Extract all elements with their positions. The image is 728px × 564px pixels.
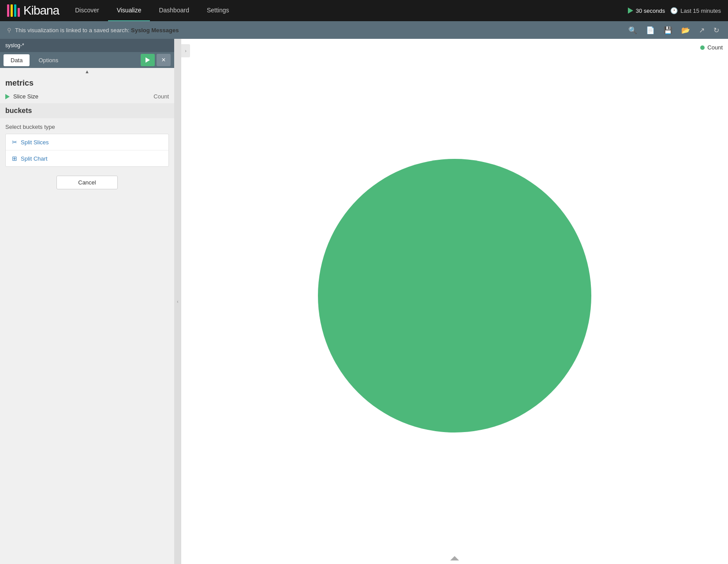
info-bar: ⚲ This visualization is linked to a save… <box>0 21 728 39</box>
link-icon: ⚲ <box>7 27 11 34</box>
clock-icon: 🕐 <box>670 7 678 14</box>
logo: Kibana <box>0 0 66 21</box>
select-buckets-label: Select buckets type <box>5 124 169 130</box>
metric-label: Slice Size <box>13 93 153 100</box>
info-bar-left: ⚲ This visualization is linked to a save… <box>7 27 179 34</box>
nav-item-settings[interactable]: Settings <box>198 0 238 21</box>
open-button[interactable]: 📂 <box>679 24 692 36</box>
logo-bar-1 <box>7 4 9 17</box>
auto-refresh-button[interactable]: 30 seconds <box>628 8 665 14</box>
logo-text: Kibana <box>23 4 59 18</box>
nav-right: 30 seconds 🕐 Last 15 minutes <box>628 7 728 14</box>
nav-item-dashboard[interactable]: Dashboard <box>150 0 198 21</box>
cancel-button[interactable]: Cancel <box>56 176 117 189</box>
bucket-option-split-slices[interactable]: ✂ Split Slices <box>6 134 168 150</box>
metric-play-icon <box>5 94 10 99</box>
info-message: This visualization is linked to a saved … <box>15 27 179 34</box>
sidebar-collapse-handle[interactable]: ‹ <box>174 39 181 564</box>
caret-row: ▲ <box>0 68 174 75</box>
cancel-row: Cancel <box>0 172 174 193</box>
legend-color-dot <box>700 45 705 50</box>
saved-search-name[interactable]: Syslog Messages <box>131 27 179 34</box>
info-message-prefix: This visualization is linked to a saved … <box>15 27 129 34</box>
tab-data[interactable]: Data <box>4 54 30 66</box>
play-icon <box>628 8 633 14</box>
time-range-badge[interactable]: 🕐 Last 15 minutes <box>670 7 721 14</box>
chart-collapse-button[interactable] <box>450 556 459 560</box>
split-slices-icon: ✂ <box>12 139 17 146</box>
refresh-interval-label: 30 seconds <box>636 8 665 14</box>
close-sidebar-button[interactable]: × <box>157 54 171 66</box>
time-range-label: Last 15 minutes <box>680 8 721 14</box>
run-icon <box>146 57 150 63</box>
logo-bar-3 <box>14 4 16 17</box>
search-button[interactable]: 🔍 <box>627 24 639 36</box>
split-chart-icon: ⊞ <box>12 155 17 162</box>
split-slices-label: Split Slices <box>21 139 49 146</box>
metric-slice-size[interactable]: Slice Size Count <box>0 90 174 103</box>
nav-item-visualize[interactable]: Visualize <box>108 0 150 21</box>
chart-legend: Count <box>700 44 723 51</box>
chart-content <box>181 39 728 553</box>
buckets-title: buckets <box>0 103 174 118</box>
bucket-options-card: ✂ Split Slices ⊞ Split Chart <box>5 134 169 167</box>
logo-bar-4 <box>18 8 20 17</box>
main-layout: syslog-* Data Options × ▲ metrics Slice … <box>0 39 728 564</box>
pie-chart <box>318 159 591 432</box>
nav-items: Discover Visualize Dashboard Settings <box>66 0 238 21</box>
split-chart-label: Split Chart <box>21 155 48 162</box>
bucket-option-split-chart[interactable]: ⊞ Split Chart <box>6 150 168 166</box>
legend-label: Count <box>707 44 723 51</box>
top-nav: Kibana Discover Visualize Dashboard Sett… <box>0 0 728 21</box>
logo-bar-2 <box>11 4 13 17</box>
share-button[interactable]: ↗ <box>697 24 706 36</box>
select-buckets-section: Select buckets type ✂ Split Slices ⊞ Spl… <box>0 118 174 172</box>
metrics-title: metrics <box>0 75 174 90</box>
expand-handle[interactable]: › <box>181 44 190 57</box>
tab-options[interactable]: Options <box>31 54 65 66</box>
metric-value: Count <box>153 93 169 100</box>
save-button[interactable]: 💾 <box>662 24 674 36</box>
tab-actions: × <box>141 54 171 66</box>
logo-bars <box>7 4 20 17</box>
chart-area: › Count <box>181 39 728 564</box>
new-button[interactable]: 📄 <box>644 24 657 36</box>
run-button[interactable] <box>141 54 155 66</box>
sidebar: syslog-* Data Options × ▲ metrics Slice … <box>0 39 174 564</box>
nav-item-discover[interactable]: Discover <box>66 0 108 21</box>
sidebar-index-pattern: syslog-* <box>0 39 174 52</box>
info-bar-right: 🔍 📄 💾 📂 ↗ ↻ <box>627 24 721 36</box>
chart-bottom <box>181 553 728 564</box>
refresh-button[interactable]: ↻ <box>712 24 721 36</box>
sidebar-tabs: Data Options × <box>0 52 174 68</box>
